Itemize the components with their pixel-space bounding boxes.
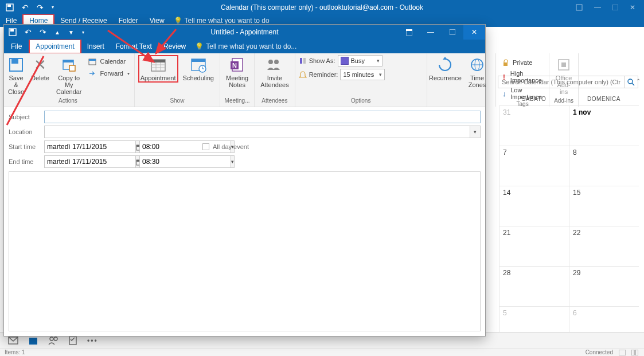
group-meeting-label: Meeting...	[224, 97, 251, 106]
dialog-tab-appointment[interactable]: Appointment	[29, 39, 81, 54]
calendar-label: Calendar	[100, 58, 126, 65]
qat-undo-icon[interactable]: ↶	[22, 3, 29, 12]
dialog-ribbon-options-icon[interactable]	[398, 25, 420, 40]
dialog-tell-me[interactable]: 💡 Tell me what you want to do...	[195, 42, 296, 50]
chevron-down-icon[interactable]: ▾	[231, 155, 235, 168]
chevron-down-icon: ▾	[374, 58, 380, 64]
dialog-qat-up-icon[interactable]: ▲	[54, 29, 60, 36]
location-dropdown[interactable]: ▾	[470, 126, 481, 138]
scheduling-button[interactable]: Scheduling	[181, 55, 216, 83]
location-input[interactable]	[44, 126, 470, 138]
svg-point-53	[54, 337, 57, 341]
low-importance-button[interactable]: ↓Low Importance	[499, 86, 545, 101]
recurrence-label: Recurrence	[429, 75, 462, 81]
end-time-field[interactable]: ▾	[139, 155, 194, 168]
close-icon[interactable]: ✕	[630, 3, 635, 11]
end-time-input[interactable]	[139, 155, 231, 168]
ribbon-display-icon[interactable]	[576, 4, 583, 11]
dialog-tab-format-text[interactable]: Format Text	[110, 40, 158, 53]
time-zones-button[interactable]: Time Zones	[462, 55, 492, 89]
nav-more-icon[interactable]: •••	[87, 337, 98, 345]
view-reading-icon[interactable]	[631, 350, 638, 355]
recurrence-button[interactable]: Recurrence	[431, 55, 460, 83]
nav-tasks-icon[interactable]	[69, 336, 77, 345]
scheduling-icon	[190, 56, 207, 73]
nav-calendar-icon[interactable]	[29, 336, 38, 345]
cal-cell[interactable]: 22	[569, 226, 639, 266]
globe-icon	[469, 56, 486, 73]
collapse-ribbon-icon[interactable]: ⌃	[636, 78, 641, 84]
cal-cell[interactable]: 7	[499, 146, 569, 186]
dialog-tab-insert[interactable]: Insert	[81, 40, 110, 53]
cal-cell[interactable]: 21	[499, 226, 569, 266]
cal-cell[interactable]: 8	[569, 146, 639, 186]
dialog-tab-file[interactable]: File	[4, 40, 29, 53]
svg-rect-54	[69, 337, 76, 345]
dialog-close-icon[interactable]: ✕	[463, 25, 485, 40]
save-close-button[interactable]: Save & Close	[5, 55, 27, 96]
dialog-qat-undo-icon[interactable]: ↶	[25, 28, 32, 37]
private-button[interactable]: Private	[499, 57, 545, 68]
view-normal-icon[interactable]	[619, 350, 626, 355]
calendar-weekend-grid: SABATO DOMENICA 31 1 nov 7 8 14 15 21 22…	[499, 92, 639, 346]
cal-cell[interactable]: 31	[499, 105, 569, 146]
office-addins-button[interactable]: Office Add-ins	[553, 55, 575, 96]
svg-point-52	[50, 337, 53, 341]
reminder-combo[interactable]: 15 minutes▾	[340, 69, 385, 80]
checkbox-icon	[202, 143, 209, 150]
dialog-minimize-icon[interactable]: —	[420, 25, 442, 40]
dialog-qat-customize-icon[interactable]: ▾	[82, 30, 84, 35]
appointment-body-textarea[interactable]	[9, 171, 481, 331]
maximize-icon[interactable]	[612, 5, 618, 10]
delete-button[interactable]: ✕ Delete	[29, 55, 51, 83]
delete-label: Delete	[31, 75, 49, 81]
end-date-field[interactable]	[44, 155, 136, 168]
end-date-input[interactable]	[44, 155, 136, 168]
dialog-qat-redo-icon[interactable]: ↷	[40, 28, 46, 37]
forward-icon	[88, 69, 97, 78]
all-day-checkbox[interactable]: All day event	[202, 143, 249, 150]
dialog-qat-down-icon[interactable]: ▼	[68, 29, 74, 36]
dialog-qat-save-icon[interactable]	[9, 28, 17, 36]
start-time-field[interactable]: ▾	[139, 140, 194, 153]
cal-cell[interactable]: 29	[569, 266, 639, 306]
outer-tell-me[interactable]: 💡 Tell me what you want to do	[174, 17, 270, 25]
qat-redo-icon[interactable]: ↷	[37, 3, 44, 12]
calendar-button[interactable]: Calendar	[87, 56, 130, 66]
start-date-field[interactable]	[44, 140, 136, 153]
outer-tell-me-label: Tell me what you want to do	[185, 17, 270, 25]
dialog-ribbon-tabs: File Appointment Insert Format Text Revi…	[4, 40, 485, 53]
dialog-maximize-icon[interactable]	[442, 25, 463, 40]
status-connected: Connected	[586, 349, 613, 355]
qat-customize-icon[interactable]: ▾	[52, 5, 54, 10]
save-close-label: Save & Close	[7, 75, 25, 95]
meeting-notes-button[interactable]: N Meeting Notes	[224, 55, 251, 89]
subject-input[interactable]	[44, 111, 481, 123]
nav-mail-icon[interactable]	[8, 337, 18, 345]
private-label: Private	[513, 59, 532, 66]
addins-label: Office Add-ins	[555, 75, 572, 95]
cal-cell[interactable]: 1 nov	[569, 105, 639, 146]
svg-rect-57	[635, 350, 638, 355]
svg-rect-7	[10, 29, 14, 32]
dialog-tab-review[interactable]: Review	[158, 40, 192, 53]
subject-label: Subject	[9, 114, 41, 120]
qat-save-icon[interactable]	[6, 3, 14, 11]
cal-cell[interactable]: 28	[499, 266, 569, 306]
bulb-icon: 💡	[195, 42, 204, 50]
invite-label: Invite Attendees	[260, 75, 289, 88]
start-date-input[interactable]	[44, 140, 136, 153]
show-as-combo[interactable]: Busy▾	[338, 55, 383, 66]
copy-to-calendar-button[interactable]: Copy to My Calendar	[53, 55, 84, 96]
group-show-label: Show	[138, 97, 216, 106]
low-importance-icon: ↓	[501, 89, 508, 98]
appointment-view-button[interactable]: Appointment	[138, 55, 178, 83]
cal-cell[interactable]: 14	[499, 186, 569, 226]
forward-button[interactable]: Forward▾	[87, 68, 130, 79]
high-importance-button[interactable]: !High Importance	[499, 69, 545, 84]
cal-cell[interactable]: 15	[569, 186, 639, 226]
nav-people-icon[interactable]	[48, 336, 58, 345]
invite-attendees-button[interactable]: Invite Attendees	[258, 55, 291, 89]
minimize-icon[interactable]: —	[594, 3, 601, 11]
svg-rect-17	[89, 59, 96, 61]
